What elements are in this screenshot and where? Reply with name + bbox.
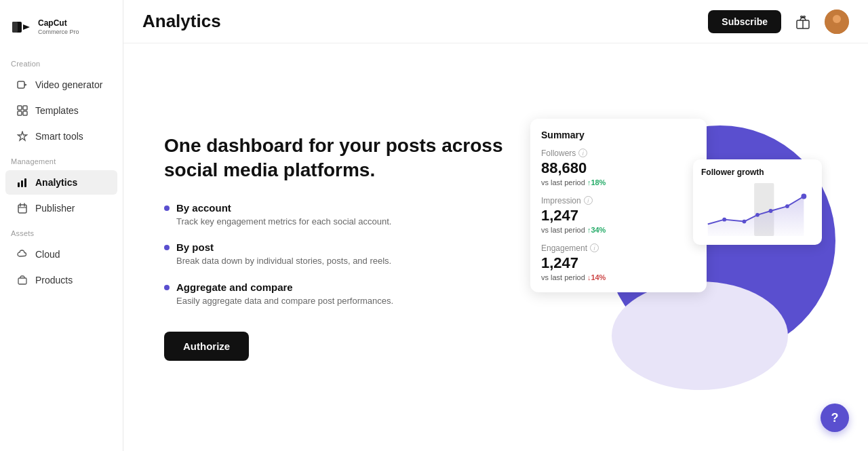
logo-subtitle: Commerce Pro xyxy=(38,28,79,36)
svg-point-26 xyxy=(755,212,760,216)
feature-text-3: Aggregate and compare Easily aggregate d… xyxy=(176,281,393,308)
feature-item-by-post: By post Break data down by individual st… xyxy=(164,241,503,268)
feature-title-by-post: By post xyxy=(176,241,391,253)
svg-rect-17 xyxy=(18,278,26,284)
svg-rect-6 xyxy=(18,106,22,110)
sidebar-item-templates[interactable]: Templates xyxy=(5,98,117,123)
bg-oval xyxy=(612,281,788,390)
svg-point-28 xyxy=(785,204,789,208)
summary-title: Summary xyxy=(541,130,696,140)
engagement-info-icon: i xyxy=(590,243,599,252)
svg-point-21 xyxy=(833,15,841,23)
feature-item-aggregate: Aggregate and compare Easily aggregate d… xyxy=(164,281,503,308)
logo-area: CapCut Commerce Pro xyxy=(0,11,123,52)
right-visual: Summary Followers i 88,680 vs last perio… xyxy=(530,105,815,390)
metric-impression: Impression i 1,247 vs last period ↑34% xyxy=(541,196,696,234)
sidebar-item-smart-tools[interactable]: Smart tools xyxy=(5,124,117,149)
followers-change: vs last period ↑18% xyxy=(541,178,696,187)
metric-followers: Followers i 88,680 vs last period ↑18% xyxy=(541,149,696,187)
impression-info-icon: i xyxy=(584,196,593,205)
growth-title: Follower growth xyxy=(701,168,814,177)
impression-label: Impression i xyxy=(541,196,696,205)
engagement-change: vs last period ↓14% xyxy=(541,273,696,281)
avatar[interactable] xyxy=(825,9,849,34)
svg-rect-13 xyxy=(18,205,26,213)
followers-info-icon: i xyxy=(578,149,587,157)
followers-value: 88,680 xyxy=(541,159,696,177)
sidebar-item-products[interactable]: Products xyxy=(5,268,117,292)
feature-list: By account Track key engagement metrics … xyxy=(164,202,503,308)
analytics-icon xyxy=(16,176,28,189)
svg-marker-5 xyxy=(24,83,27,86)
growth-card: Follower growth xyxy=(693,159,822,245)
impression-value: 1,247 xyxy=(541,207,696,224)
sidebar-item-analytics[interactable]: Analytics xyxy=(5,170,117,195)
logo-icon xyxy=(11,16,33,38)
main-content: Analytics Subscribe One dashboard for yo… xyxy=(123,0,868,451)
svg-rect-12 xyxy=(24,178,26,187)
video-icon xyxy=(16,79,28,91)
sidebar-item-publisher[interactable]: Publisher xyxy=(5,196,117,220)
summary-card: Summary Followers i 88,680 vs last perio… xyxy=(530,119,707,292)
templates-icon xyxy=(16,104,28,117)
feature-desc-aggregate: Easily aggregate data and compare post p… xyxy=(176,294,393,308)
products-icon xyxy=(16,274,28,286)
topbar: Analytics Subscribe xyxy=(123,0,868,43)
engagement-label: Engagement i xyxy=(541,243,696,253)
svg-rect-2 xyxy=(12,22,18,33)
feature-dot-3 xyxy=(164,285,170,290)
sidebar-label-smart-tools: Smart tools xyxy=(35,131,83,142)
authorize-button[interactable]: Authorize xyxy=(164,332,249,361)
section-management: Management xyxy=(0,149,123,170)
section-creation: Creation xyxy=(0,52,123,72)
feature-text-2: By post Break data down by individual st… xyxy=(176,241,391,268)
sidebar-label-publisher: Publisher xyxy=(35,203,75,214)
sidebar-label-cloud: Cloud xyxy=(35,249,60,260)
sidebar-label-templates: Templates xyxy=(35,105,79,116)
svg-rect-10 xyxy=(18,182,20,187)
headline: One dashboard for your posts across soci… xyxy=(164,134,503,183)
content-area: One dashboard for your posts across soci… xyxy=(123,43,868,451)
sidebar-label-analytics: Analytics xyxy=(35,177,77,188)
feature-dot-2 xyxy=(164,245,170,250)
metric-engagement: Engagement i 1,247 vs last period ↓14% xyxy=(541,243,696,281)
followers-label: Followers i xyxy=(541,149,696,158)
page-title: Analytics xyxy=(142,11,221,32)
left-panel: One dashboard for your posts across soci… xyxy=(164,134,503,361)
sidebar-item-video-generator[interactable]: Video generator xyxy=(5,73,117,97)
smart-tools-icon xyxy=(16,130,28,142)
gift-icon[interactable] xyxy=(791,9,815,34)
help-button[interactable]: ? xyxy=(821,404,849,432)
cloud-icon xyxy=(16,248,28,260)
feature-title-by-account: By account xyxy=(176,202,391,214)
svg-rect-8 xyxy=(18,111,22,115)
feature-desc-by-account: Track key engagement metrics for each so… xyxy=(176,215,391,229)
svg-point-29 xyxy=(801,193,806,199)
sidebar-item-cloud[interactable]: Cloud xyxy=(5,242,117,267)
engagement-value: 1,247 xyxy=(541,254,696,272)
svg-point-25 xyxy=(743,219,747,223)
svg-point-24 xyxy=(722,217,726,221)
svg-rect-11 xyxy=(21,180,23,187)
feature-title-aggregate: Aggregate and compare xyxy=(176,281,393,293)
sidebar-label-video-generator: Video generator xyxy=(35,79,102,90)
feature-text: By account Track key engagement metrics … xyxy=(176,202,391,229)
subscribe-button[interactable]: Subscribe xyxy=(708,10,781,33)
feature-item-by-account: By account Track key engagement metrics … xyxy=(164,202,503,229)
publisher-icon xyxy=(16,202,28,214)
svg-rect-4 xyxy=(18,81,24,88)
sidebar-label-products: Products xyxy=(35,275,73,286)
growth-chart xyxy=(701,182,814,237)
feature-desc-by-post: Break data down by individual stories, p… xyxy=(176,254,391,268)
logo-name: CapCut xyxy=(38,18,79,28)
impression-change: vs last period ↑34% xyxy=(541,226,696,234)
svg-rect-7 xyxy=(23,106,27,110)
topbar-right: Subscribe xyxy=(708,9,849,34)
svg-point-27 xyxy=(769,209,773,213)
svg-rect-9 xyxy=(23,111,27,115)
section-assets: Assets xyxy=(0,221,123,241)
feature-dot xyxy=(164,205,170,211)
sidebar: CapCut Commerce Pro Creation Video gener… xyxy=(0,0,123,451)
